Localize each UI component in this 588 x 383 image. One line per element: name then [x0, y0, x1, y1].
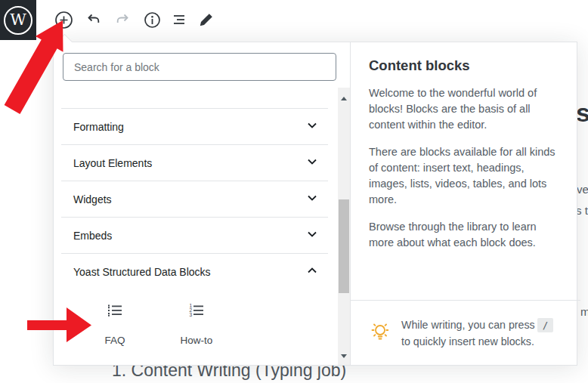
redo-icon — [114, 11, 131, 28]
editor-header: W — [0, 0, 588, 42]
tip-text-before: While writing, you can press — [401, 319, 535, 331]
tip-text-after: to quickly insert new blocks. — [401, 335, 534, 347]
category-embeds[interactable]: Embeds — [61, 217, 328, 253]
block-navigation-button[interactable] — [166, 6, 193, 33]
block-grid: FAQ 1 2 3 How-to — [74, 295, 237, 354]
pencil-icon — [198, 11, 215, 28]
undo-button[interactable] — [80, 6, 107, 33]
block-inserter-popover: Formatting Layout Elements Widgets Embed… — [53, 42, 577, 366]
inserter-scrollbar[interactable] — [338, 88, 350, 365]
category-label: Yoast Structured Data Blocks — [73, 266, 211, 278]
edit-mode-button[interactable] — [193, 6, 220, 33]
block-navigation-icon — [171, 11, 187, 28]
svg-text:3: 3 — [190, 312, 193, 317]
info-button[interactable] — [138, 6, 166, 33]
numbered-list-icon: 1 2 3 — [187, 301, 206, 322]
block-category-list: Formatting Layout Elements Widgets Embed… — [61, 108, 328, 289]
category-yoast-structured-data-blocks[interactable]: Yoast Structured Data Blocks — [61, 253, 328, 289]
add-block-button[interactable] — [50, 6, 77, 33]
category-formatting[interactable]: Formatting — [61, 108, 328, 144]
block-item-label: FAQ — [104, 335, 125, 346]
lightbulb-icon — [369, 320, 391, 347]
wordpress-editor-screen: { "header": { "logo_letter": "W", "toolb… — [0, 0, 588, 383]
category-label: Embeds — [73, 230, 112, 242]
chevron-down-icon — [305, 227, 319, 243]
inserter-help-panel: Content blocks Welcome to the wonderful … — [351, 42, 580, 365]
bulleted-list-icon — [106, 301, 124, 322]
category-label: Formatting — [73, 121, 124, 133]
inserter-tip: While writing, you can press/to quickly … — [351, 300, 580, 365]
category-layout-elements[interactable]: Layout Elements — [61, 144, 328, 181]
help-paragraph: Browse through the library to learn more… — [369, 219, 562, 251]
scroll-up-arrow[interactable] — [338, 92, 350, 104]
undo-icon — [85, 11, 102, 28]
category-widgets[interactable]: Widgets — [61, 181, 328, 217]
help-panel-title: Content blocks — [369, 57, 562, 74]
wordpress-logo[interactable]: W — [0, 0, 36, 40]
scrollbar-thumb[interactable] — [339, 199, 349, 293]
tip-text: While writing, you can press/to quickly … — [401, 317, 562, 350]
chevron-down-icon — [305, 191, 319, 207]
info-icon — [144, 11, 161, 29]
chevron-down-icon — [305, 155, 319, 171]
block-search-input[interactable] — [63, 53, 336, 81]
scroll-down-arrow[interactable] — [338, 350, 350, 362]
block-item-label: How-to — [181, 335, 213, 346]
background-text-fragment: m — [580, 305, 588, 318]
plus-circle-icon — [54, 11, 73, 29]
category-label: Layout Elements — [73, 157, 152, 169]
block-item-faq[interactable]: FAQ — [74, 295, 156, 354]
wordpress-w-icon: W — [4, 6, 32, 35]
help-paragraph: There are blocks available for all kinds… — [369, 144, 562, 208]
category-label: Widgets — [73, 193, 112, 205]
help-paragraph: Welcome to the wonderful world of blocks… — [369, 85, 562, 133]
slash-key-badge: / — [537, 318, 554, 332]
chevron-up-icon — [305, 264, 319, 280]
block-item-how-to[interactable]: 1 2 3 How-to — [156, 295, 237, 354]
chevron-down-icon — [305, 119, 319, 134]
redo-button[interactable] — [109, 6, 136, 33]
inserter-panel: Formatting Layout Elements Widgets Embed… — [54, 42, 351, 365]
